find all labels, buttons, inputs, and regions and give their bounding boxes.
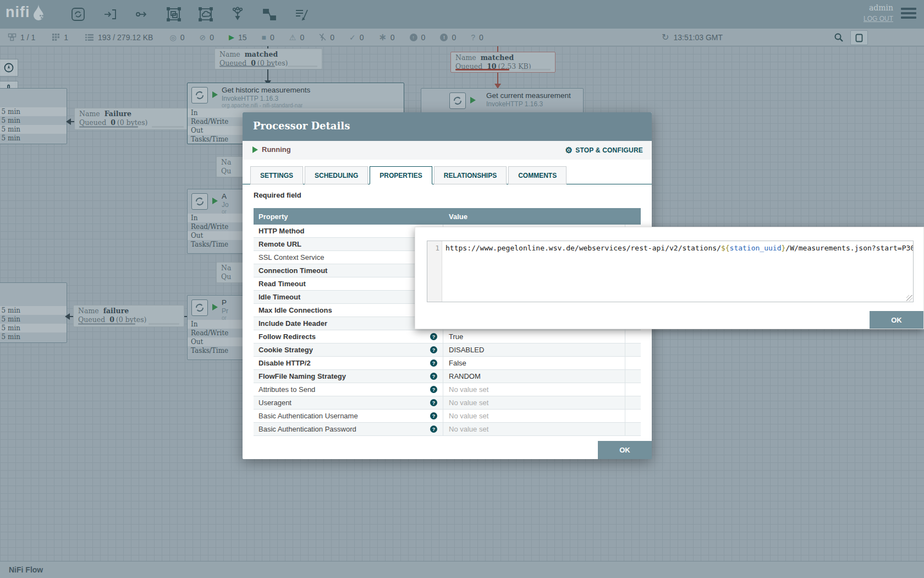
processor-type: Pr: [222, 307, 228, 315]
dialog-status-row: Running ⚙ STOP & CONFIGURE: [243, 141, 652, 160]
property-name: Disable HTTP/2?: [254, 357, 443, 369]
breadcrumb[interactable]: NiFi Flow: [9, 565, 43, 574]
locally-modified-stale-count: 0: [452, 33, 456, 42]
counter-sync-failure: ?0: [471, 33, 483, 42]
not-transmitting-icon: ⊘: [199, 33, 206, 42]
help-icon[interactable]: ?: [430, 412, 437, 419]
connection-queued-key: Qu: [221, 167, 231, 175]
connection-label-matched-left[interactable]: Namematched Queued0(0 bytes): [215, 48, 322, 69]
property-name: FlowFile Naming Strategy?: [254, 370, 443, 383]
property-value[interactable]: No value set: [443, 423, 625, 435]
help-icon[interactable]: ?: [430, 399, 437, 406]
processor-type-icon: [449, 92, 466, 109]
property-row: Attributes to Send?No value set: [254, 383, 641, 396]
operate-panel-toggle-button[interactable]: [850, 30, 868, 45]
tab-settings[interactable]: SETTINGS: [250, 166, 303, 184]
processor-type: InvokeHTTP 1.16.3: [222, 95, 278, 102]
dialog-tabs: SETTINGSSCHEDULINGPROPERTIESRELATIONSHIP…: [250, 166, 566, 184]
stop-and-configure-button[interactable]: ⚙ STOP & CONFIGURE: [565, 145, 643, 155]
running-indicator-icon: [470, 97, 476, 103]
counter-locally-modified: ∗0: [379, 31, 395, 43]
help-icon[interactable]: ?: [430, 346, 437, 353]
stopped-icon: ■: [262, 33, 266, 42]
connection-name-key: Na: [221, 264, 231, 272]
not-transmitting-count: 0: [210, 33, 214, 42]
processor-type-icon: [191, 193, 208, 210]
funnel-icon[interactable]: [229, 6, 246, 23]
search-icon[interactable]: [834, 32, 844, 44]
connection-label-failure-bottom[interactable]: Namefailure Queued0(0 bytes): [73, 305, 184, 327]
processor-edge-top[interactable]: r 5 min5 min5 min5 min: [0, 88, 67, 144]
help-icon[interactable]: ?: [430, 386, 437, 393]
running-count: 15: [238, 33, 247, 42]
label-icon[interactable]: [293, 6, 310, 23]
template-icon[interactable]: [261, 6, 278, 23]
connection-queued-count: 0: [109, 315, 114, 324]
dialog-ok-button[interactable]: OK: [598, 441, 652, 459]
running-indicator-icon: [212, 91, 218, 98]
help-icon[interactable]: ?: [430, 359, 437, 367]
help-icon[interactable]: ?: [430, 373, 437, 380]
tab-comments[interactable]: COMMENTS: [508, 166, 566, 184]
locally-modified-stale-icon: !: [440, 34, 448, 41]
process-group-icon[interactable]: [165, 6, 183, 23]
app-header: nifi admin LOG OUT: [0, 0, 924, 29]
remote-process-group-icon[interactable]: [197, 6, 215, 23]
property-name: Basic Authentication Password?: [254, 423, 443, 435]
remote-url-value-input[interactable]: https://www.pegelonline.wsv.de/webservic…: [442, 241, 913, 302]
url-part-post: /W/measurements.json?start=P30D: [785, 244, 913, 252]
cluster-status: 1 / 1: [8, 33, 35, 42]
processor-stat-row: 5 min: [0, 125, 67, 134]
editor-resize-handle[interactable]: [906, 295, 912, 301]
tab-properties[interactable]: PROPERTIES: [370, 166, 432, 184]
logout-link[interactable]: LOG OUT: [864, 15, 893, 23]
global-menu-icon[interactable]: [901, 8, 916, 21]
gear-icon: ⚙: [565, 145, 573, 155]
processor-icon[interactable]: [69, 6, 87, 23]
sync-failure-icon: ?: [471, 33, 475, 42]
property-value[interactable]: No value set: [443, 383, 625, 396]
input-port-icon[interactable]: [101, 6, 119, 23]
navigate-palette-button[interactable]: [0, 59, 18, 77]
running-indicator-icon: [212, 198, 218, 204]
url-part-pre: https://www.pegelonline.wsv.de/webservic…: [446, 244, 721, 252]
help-icon[interactable]: ?: [430, 426, 437, 433]
transmitting-count: 0: [180, 33, 185, 42]
nifi-drop-icon: [31, 3, 46, 21]
property-name: Basic Authentication Username?: [254, 410, 443, 422]
properties-table-header: Property Value: [254, 208, 641, 225]
tab-scheduling[interactable]: SCHEDULING: [305, 166, 368, 184]
processor-edge-bottom[interactable]: 5 min5 min5 min5 min: [0, 282, 67, 343]
property-actions-cell: [625, 357, 641, 369]
property-value[interactable]: No value set: [443, 410, 625, 422]
connection-queued-key: Qu: [221, 272, 231, 281]
property-value[interactable]: False: [443, 357, 625, 369]
process-group-status: 1: [52, 33, 68, 42]
property-actions-cell: [625, 330, 641, 343]
property-value-editor-popup: 1 https://www.pegelonline.wsv.de/webserv…: [415, 227, 924, 329]
running-state-icon: [252, 146, 258, 153]
connection-name-value: matched: [481, 53, 514, 62]
processor-title: Get historic measurements: [222, 86, 310, 94]
column-header-property: Property: [254, 212, 443, 221]
refresh-icon[interactable]: ↻: [662, 32, 669, 42]
output-port-icon[interactable]: [133, 6, 151, 23]
property-value[interactable]: DISABLED: [443, 343, 625, 356]
property-value[interactable]: RANDOM: [443, 370, 625, 383]
help-icon[interactable]: ?: [430, 333, 437, 340]
property-value[interactable]: True: [443, 330, 625, 343]
editor-ok-button[interactable]: OK: [870, 311, 923, 329]
connection-label-matched-right[interactable]: Namematched Queued10(2.53 KB): [450, 52, 556, 73]
dialog-title: Processor Details: [253, 120, 350, 132]
processor-bundle: org.apache.nifi - nifi-standard-nar: [222, 102, 302, 108]
cluster-count: 1 / 1: [20, 33, 35, 42]
processor-title: Get current measurement: [486, 91, 571, 100]
counter-running: ▶15: [229, 33, 247, 42]
processor-state: Running: [252, 145, 291, 154]
property-actions-cell: [625, 410, 641, 422]
tab-relationships[interactable]: RELATIONSHIPS: [434, 166, 507, 184]
property-value[interactable]: No value set: [443, 396, 625, 409]
connection-label-failure-top[interactable]: NameFailure Queued0(0 bytes): [74, 108, 189, 130]
locally-modified-count: 0: [391, 33, 395, 42]
counter-stale: ↑0: [410, 33, 426, 42]
